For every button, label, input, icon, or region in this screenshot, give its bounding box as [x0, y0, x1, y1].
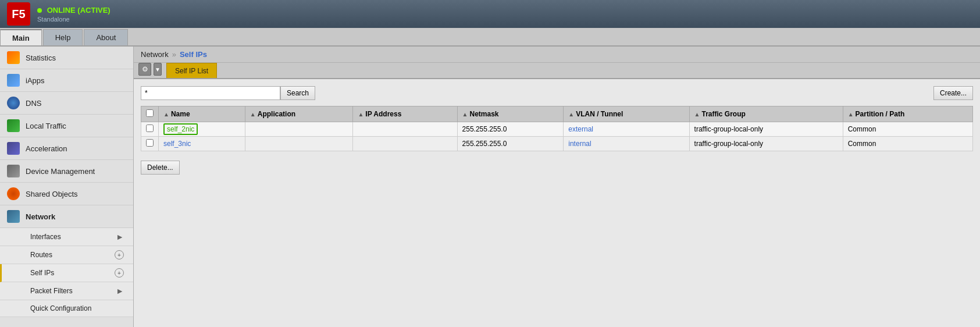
header-bar: F5 ONLINE (ACTIVE) Standalone — [0, 0, 980, 28]
app-sort-icon: ▲ — [250, 111, 256, 118]
sidebar-item-shared-objects[interactable]: Shared Objects — [0, 183, 133, 205]
packetfilters-arrow-icon: ► — [116, 286, 124, 296]
sidebar-label-statistics: Statistics — [26, 54, 56, 62]
col-header-name: ▲Name — [159, 106, 245, 122]
col-header-traffic-group: ▲Traffic Group — [689, 106, 843, 122]
row1-vlan-link[interactable]: external — [568, 125, 593, 133]
quickconfig-label: Quick Configuration — [30, 304, 91, 312]
row1-name-link[interactable]: self_2nic — [163, 123, 198, 135]
sidebar-subitem-routes[interactable]: Routes + — [0, 246, 133, 264]
selfips-label: Self IPs — [30, 269, 54, 277]
row1-partition-cell: Common — [843, 122, 972, 137]
row1-vlan-cell: external — [564, 122, 689, 137]
status-info: ONLINE (ACTIVE) Standalone — [37, 6, 111, 23]
tab-about[interactable]: About — [84, 29, 128, 45]
dns-icon — [7, 97, 20, 109]
sidebar-item-acceleration[interactable]: Acceleration — [0, 137, 133, 160]
tab-self-ip-list[interactable]: Self IP List — [166, 63, 217, 78]
row2-name-cell: self_3nic — [159, 137, 245, 151]
selfips-circle-icon: + — [115, 268, 124, 278]
tg-sort-icon: ▲ — [694, 111, 700, 118]
devicemgmt-icon — [7, 165, 20, 177]
routes-label: Routes — [30, 251, 52, 259]
row2-vlan-link[interactable]: internal — [568, 140, 591, 148]
sidebar-item-dns[interactable]: DNS — [0, 92, 133, 115]
sidebar-label-shared-objects: Shared Objects — [26, 190, 78, 198]
table-row: self_2nic 255.255.255.0 external traffic… — [141, 122, 973, 137]
row1-name-cell: self_2nic — [159, 122, 245, 137]
row2-checkbox[interactable] — [146, 139, 154, 147]
localtraffic-icon — [7, 119, 20, 132]
row2-checkbox-cell — [141, 137, 159, 151]
sidebar-item-device-management[interactable]: Device Management — [0, 160, 133, 183]
sidebar-network-subitems: Interfaces ► Routes + Self IPs + Packet … — [0, 228, 133, 317]
stats-icon — [7, 51, 20, 64]
sidebar-label-iapps: iApps — [26, 76, 45, 85]
interfaces-arrow-icon: ► — [116, 232, 124, 241]
netmask-sort-icon: ▲ — [462, 111, 468, 118]
table-actions: Delete... — [141, 156, 973, 175]
row2-partition-cell: Common — [843, 137, 972, 151]
sidebar: Statistics iApps DNS Local Traffic Accel… — [0, 47, 134, 327]
row1-netmask-cell: 255.255.255.0 — [457, 122, 564, 137]
status-online: ONLINE (ACTIVE) — [37, 6, 111, 15]
col-header-application: ▲Application — [245, 106, 353, 122]
col-header-vlan-tunnel: ▲VLAN / Tunnel — [564, 106, 689, 122]
sidebar-subitem-selfips[interactable]: Self IPs + — [0, 264, 133, 282]
dropdown-arrow-icon[interactable]: ▼ — [154, 63, 162, 76]
table-row: self_3nic 255.255.255.0 internal traffic… — [141, 137, 973, 151]
content-area: Network » Self IPs ⚙ ▼ Self IP List Sear… — [134, 47, 980, 327]
sidebar-label-dns: DNS — [26, 99, 41, 108]
status-standalone: Standalone — [37, 16, 111, 23]
breadcrumb-selfips: Self IPs — [180, 50, 207, 59]
ip-sort-icon: ▲ — [358, 111, 364, 118]
sidebar-label-local-traffic: Local Traffic — [26, 122, 66, 130]
row1-checkbox-cell — [141, 122, 159, 137]
gear-button[interactable]: ⚙ — [138, 63, 151, 76]
search-input[interactable] — [141, 86, 280, 100]
main-layout: Statistics iApps DNS Local Traffic Accel… — [0, 47, 980, 327]
breadcrumb-separator: » — [172, 50, 176, 59]
routes-circle-icon: + — [115, 250, 124, 260]
sidebar-label-network: Network — [26, 212, 55, 221]
row2-ip-cell — [353, 137, 457, 151]
row2-application-cell — [245, 137, 353, 151]
sidebar-item-iapps[interactable]: iApps — [0, 69, 133, 92]
packetfilters-label: Packet Filters — [30, 287, 73, 295]
pp-sort-icon: ▲ — [848, 111, 854, 118]
f5-logo: F5 — [7, 2, 30, 26]
iapps-icon — [7, 74, 20, 87]
sidebar-subitem-interfaces[interactable]: Interfaces ► — [0, 228, 133, 246]
sidebar-label-acceleration: Acceleration — [26, 144, 67, 153]
sidebar-subitem-quickconfig[interactable]: Quick Configuration — [0, 300, 133, 317]
create-button[interactable]: Create... — [933, 86, 973, 100]
interfaces-label: Interfaces — [30, 233, 61, 241]
content-tab-bar: ⚙ ▼ Self IP List — [134, 63, 980, 79]
row2-netmask-cell: 255.255.255.0 — [457, 137, 564, 151]
delete-button[interactable]: Delete... — [141, 161, 180, 175]
row1-traffic-group-cell: traffic-group-local-only — [689, 122, 843, 137]
tab-main[interactable]: Main — [0, 29, 42, 45]
self-ip-table: ▲Name ▲Application ▲IP Address ▲Netmask … — [141, 106, 973, 151]
sidebar-section-network[interactable]: Network — [0, 205, 133, 228]
acceleration-icon — [7, 142, 20, 155]
col-header-checkbox — [141, 106, 159, 122]
col-header-netmask: ▲Netmask — [457, 106, 564, 122]
nav-tabs: Main Help About — [0, 28, 980, 47]
select-all-checkbox[interactable] — [146, 109, 154, 117]
sidebar-item-statistics[interactable]: Statistics — [0, 47, 133, 69]
row2-vlan-cell: internal — [564, 137, 689, 151]
sharedobjs-icon — [7, 187, 20, 200]
row1-application-cell — [245, 122, 353, 137]
row1-checkbox[interactable] — [146, 125, 154, 132]
col-header-partition-path: ▲Partition / Path — [843, 106, 972, 122]
tab-help[interactable]: Help — [43, 29, 83, 45]
sidebar-item-local-traffic[interactable]: Local Traffic — [0, 115, 133, 137]
search-button[interactable]: Search — [280, 86, 315, 100]
sidebar-subitem-packetfilters[interactable]: Packet Filters ► — [0, 282, 133, 300]
name-sort-icon: ▲ — [163, 111, 169, 118]
row2-name-link[interactable]: self_3nic — [163, 140, 191, 148]
row2-traffic-group-cell: traffic-group-local-only — [689, 137, 843, 151]
breadcrumb: Network » Self IPs — [134, 47, 980, 63]
row1-ip-cell — [353, 122, 457, 137]
